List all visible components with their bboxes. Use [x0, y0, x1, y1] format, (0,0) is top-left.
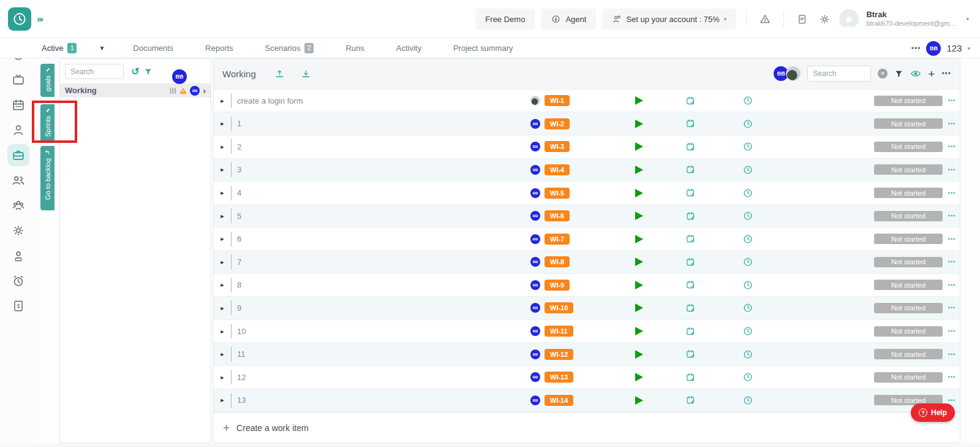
work-item-search-input[interactable]	[807, 66, 871, 82]
work-item-id-badge[interactable]: WI-4	[545, 164, 570, 175]
schedule-calendar-icon[interactable]	[685, 164, 696, 175]
schedule-calendar-icon[interactable]	[685, 349, 696, 359]
download-icon[interactable]	[298, 66, 314, 82]
assignee-avatar[interactable]	[530, 96, 540, 105]
schedule-calendar-icon[interactable]	[685, 280, 696, 290]
assignee-avatar[interactable]: BB	[530, 280, 540, 290]
assignee-avatar[interactable]: BB	[530, 165, 540, 175]
work-item-row[interactable]: ▸ 9 BB WI-10 Not started •••	[214, 297, 960, 320]
status-badge[interactable]: Not started	[874, 303, 943, 313]
start-timer-play-icon[interactable]	[635, 212, 643, 220]
start-timer-play-icon[interactable]	[635, 96, 643, 105]
work-item-row[interactable]: ▸ 10 BB WI-11 Not started •••	[214, 320, 960, 343]
tab-reports[interactable]: Reports	[198, 44, 241, 53]
row-overflow-button[interactable]: •••	[948, 167, 956, 173]
schedule-calendar-icon[interactable]	[685, 372, 696, 383]
tab-runs[interactable]: Runs	[338, 44, 371, 53]
settings-gear-icon[interactable]	[816, 11, 833, 28]
row-overflow-button[interactable]: •••	[948, 190, 956, 196]
row-expander-icon[interactable]: ▸	[214, 396, 231, 404]
row-overflow-button[interactable]: •••	[948, 374, 956, 380]
start-timer-play-icon[interactable]	[635, 120, 643, 128]
start-timer-play-icon[interactable]	[635, 142, 643, 151]
schedule-calendar-icon[interactable]	[685, 326, 696, 337]
tab-scenarios[interactable]: Scenarios 2	[258, 43, 322, 53]
time-clock-icon[interactable]	[742, 395, 753, 406]
work-item-row[interactable]: ▸ 5 BB WI-6 Not started •••	[214, 205, 960, 228]
work-item-id-badge[interactable]: WI-11	[545, 326, 573, 337]
row-expander-icon[interactable]: ▸	[214, 258, 231, 266]
time-clock-icon[interactable]	[742, 349, 753, 360]
schedule-calendar-icon[interactable]	[685, 96, 696, 106]
work-item-id-badge[interactable]: WI-13	[545, 372, 573, 383]
status-badge[interactable]: Not started	[874, 188, 943, 198]
start-timer-play-icon[interactable]	[635, 327, 643, 335]
work-item-id-badge[interactable]: WI-6	[545, 210, 570, 221]
time-clock-icon[interactable]	[742, 234, 753, 245]
assignee-avatar[interactable]: BB	[530, 326, 540, 336]
assignee-avatar[interactable]: BB	[530, 303, 540, 313]
assignee-avatar[interactable]: BB	[530, 350, 540, 359]
row-overflow-button[interactable]: •••	[948, 351, 956, 357]
row-overflow-button[interactable]: •••	[948, 282, 956, 288]
time-clock-icon[interactable]	[742, 256, 753, 267]
toolbar-avatar-photo[interactable]	[786, 66, 801, 81]
work-item-id-badge[interactable]: WI-2	[545, 118, 570, 129]
row-expander-icon[interactable]: ▸	[214, 166, 231, 174]
start-timer-play-icon[interactable]	[635, 281, 643, 289]
row-expander-icon[interactable]: ▸	[214, 350, 231, 358]
tab-documents[interactable]: Documents	[126, 44, 181, 53]
work-item-id-badge[interactable]: WI-8	[545, 256, 570, 267]
work-item-row[interactable]: ▸ 6 BB WI-7 Not started •••	[214, 227, 960, 251]
schedule-calendar-icon[interactable]	[685, 118, 696, 129]
briefcase-icon[interactable]	[7, 144, 29, 166]
reset-filter-icon[interactable]: ↺	[131, 66, 139, 77]
status-badge[interactable]: Not started	[874, 211, 943, 221]
row-expander-icon[interactable]: ▸	[214, 120, 231, 128]
agent-button[interactable]: Agent	[541, 9, 596, 29]
work-item-row[interactable]: ▸ 3 BB WI-4 Not started •••	[214, 159, 960, 182]
start-timer-play-icon[interactable]	[635, 189, 643, 197]
visibility-eye-icon[interactable]	[910, 68, 921, 79]
work-item-row[interactable]: ▸ 12 BB WI-13 Not started •••	[214, 366, 960, 389]
work-item-row[interactable]: ▸ 11 BB WI-12 Not started •••	[214, 343, 960, 366]
sprint-assignee-avatar[interactable]: BB	[172, 69, 187, 84]
tv-icon[interactable]	[12, 73, 25, 86]
work-item-id-badge[interactable]: WI-12	[545, 349, 573, 360]
sprint-search-input[interactable]	[65, 64, 124, 79]
work-item-id-badge[interactable]: WI-3	[545, 141, 570, 152]
calendar-icon[interactable]	[12, 98, 25, 112]
sprint-item-working[interactable]: Working ||| BB ›	[60, 83, 211, 97]
user-avatar[interactable]	[839, 9, 859, 29]
start-timer-play-icon[interactable]	[635, 235, 643, 243]
row-overflow-button[interactable]: •••	[948, 121, 956, 127]
row-expander-icon[interactable]: ▸	[214, 327, 231, 335]
tab-active[interactable]: Active 1	[34, 43, 84, 53]
user-info[interactable]: Btrak btrak670-development@gm...	[866, 10, 955, 28]
vertical-tab-sprints[interactable]: Sprints	[40, 104, 55, 143]
schedule-calendar-icon[interactable]	[685, 188, 696, 198]
time-clock-icon[interactable]	[742, 280, 753, 291]
schedule-calendar-icon[interactable]	[685, 257, 696, 267]
status-badge[interactable]: Not started	[874, 372, 943, 383]
tab-activity[interactable]: Activity	[389, 44, 429, 53]
status-badge[interactable]: Not started	[874, 326, 943, 337]
tab-project-summary[interactable]: Project summary	[446, 44, 521, 53]
vertical-tab-go-to-backlog[interactable]: Go to backlog	[40, 146, 55, 210]
tabbar-overflow-button[interactable]: •••	[911, 44, 921, 53]
work-item-row[interactable]: ▸ 8 BB WI-9 Not started •••	[214, 274, 960, 297]
vertical-tab-goals[interactable]: goals	[40, 64, 55, 97]
free-demo-button[interactable]: Free Demo	[475, 9, 535, 29]
timer-icon[interactable]	[12, 274, 25, 288]
create-work-item-button[interactable]: + Create a work item	[214, 412, 960, 443]
row-expander-icon[interactable]: ▸	[214, 212, 231, 220]
status-badge[interactable]: Not started	[874, 164, 943, 175]
work-item-id-badge[interactable]: WI-10	[545, 302, 573, 313]
work-item-id-badge[interactable]: WI-1	[545, 95, 570, 106]
status-badge[interactable]: Not started	[874, 349, 943, 359]
time-clock-icon[interactable]	[742, 326, 753, 337]
row-expander-icon[interactable]: ▸	[214, 373, 231, 381]
start-timer-play-icon[interactable]	[635, 304, 643, 312]
row-overflow-button[interactable]: •••	[948, 97, 956, 104]
rail-settings-gear-icon[interactable]	[12, 224, 25, 237]
